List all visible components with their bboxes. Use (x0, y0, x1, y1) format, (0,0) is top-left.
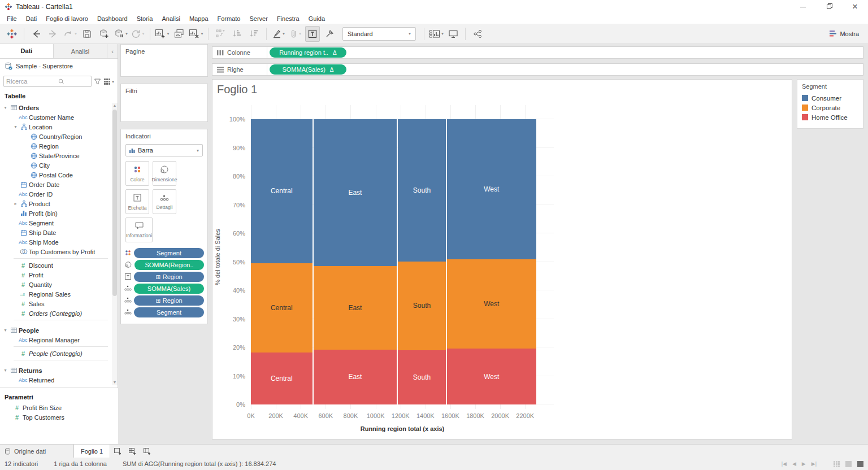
restore-button[interactable] (816, 0, 842, 14)
pill-somma-region-[interactable]: SOMMA(Region.. (134, 260, 204, 270)
bar-segment-west-consumer[interactable]: West (447, 119, 536, 259)
menu-foglio-di-lavoro[interactable]: Foglio di lavoro (41, 15, 93, 22)
bar-segment-west-home-office[interactable]: West (447, 349, 536, 404)
show-me-button[interactable]: Mostra (829, 30, 859, 37)
new-datasource-button[interactable] (97, 26, 111, 42)
sheet-view-icon[interactable] (857, 461, 863, 467)
mark-button-informazioni[interactable]: Informazioni (125, 217, 153, 242)
field-item[interactable]: AbcOrder ID (0, 189, 112, 199)
scroll-up-icon[interactable]: ▲ (112, 103, 118, 108)
menu-dati[interactable]: Dati (21, 15, 42, 22)
presentation-mode-button[interactable] (446, 26, 461, 42)
group-members-button[interactable]: ▾ (288, 26, 303, 42)
menu-finestra[interactable]: Finestra (272, 15, 304, 22)
mark-type-selector[interactable]: Barra ▾ (125, 144, 203, 156)
field-item[interactable]: ▾Returns (0, 365, 112, 375)
highlight-button[interactable]: ▾ (271, 26, 286, 42)
menu-server[interactable]: Server (245, 15, 272, 22)
menu-mappa[interactable]: Mappa (185, 15, 213, 22)
mark-button-dimensione[interactable]: Dimensione (153, 161, 176, 186)
fix-axes-button[interactable] (322, 26, 337, 42)
field-item[interactable]: Country/Region (0, 132, 112, 141)
field-item[interactable]: #Profit (0, 270, 112, 280)
field-item[interactable]: Order Date (0, 180, 112, 189)
menu-guida[interactable]: Guida (304, 15, 329, 22)
show-mark-labels-button[interactable] (305, 26, 320, 42)
field-item[interactable]: ▾People (0, 325, 112, 335)
filters-shelf[interactable]: Filtri (120, 84, 208, 122)
menu-formato[interactable]: Formato (213, 15, 245, 22)
columns-shelf[interactable]: Colonne Running region t..Δ (212, 46, 863, 59)
forward-button[interactable] (46, 26, 60, 42)
tab-dati[interactable]: Dati (0, 44, 54, 58)
field-item[interactable]: #Orders (Conteggio) (0, 308, 112, 318)
share-button[interactable] (470, 26, 485, 42)
field-item[interactable]: Ship Date (0, 228, 112, 237)
field-item[interactable]: AbcShip Mode (0, 237, 112, 247)
bar-segment-east-consumer[interactable]: East (314, 119, 397, 266)
pill-region[interactable]: ⊞Region (134, 272, 204, 282)
next-page-icon[interactable]: ▶ (802, 461, 806, 467)
new-dashboard-tab-button[interactable] (125, 445, 140, 458)
pill-somma-sales-[interactable]: SOMMA(Sales)Δ (270, 64, 346, 75)
tableau-home-icon[interactable] (5, 26, 19, 42)
legend-item-consumer[interactable]: Consumer (802, 93, 858, 103)
legend-item-corporate[interactable]: Corporate (802, 103, 858, 112)
pill-somma-sales-[interactable]: SOMMA(Sales) (134, 284, 204, 294)
field-item[interactable]: AbcSegment (0, 218, 112, 228)
collapse-panel-icon[interactable]: ‹ (107, 44, 118, 58)
search-input[interactable] (6, 78, 58, 85)
field-item[interactable]: #Quantity (0, 280, 112, 289)
expander-icon[interactable]: ▸ (12, 201, 19, 206)
back-button[interactable] (29, 26, 44, 42)
expander-icon[interactable]: ▾ (12, 124, 19, 129)
bar-segment-central-consumer[interactable]: Central (251, 119, 313, 263)
close-button[interactable]: × (842, 0, 868, 14)
field-item[interactable]: ▾Orders (0, 103, 112, 112)
last-page-icon[interactable]: ▶| (811, 461, 817, 467)
bar-segment-central-corporate[interactable]: Central (251, 263, 313, 353)
minimize-button[interactable] (790, 0, 816, 14)
swap-rows-columns-button[interactable] (213, 26, 228, 42)
field-item[interactable]: #Discount (0, 260, 112, 270)
field-item[interactable]: #People (Conteggio) (0, 349, 112, 358)
bar-segment-central-home-office[interactable]: Central (251, 352, 313, 404)
field-item[interactable]: #Sales (0, 299, 112, 308)
bar-segment-south-corporate[interactable]: South (398, 262, 445, 350)
menu-dashboard[interactable]: Dashboard (93, 15, 132, 22)
fields-scrollbar[interactable]: ▲ ▼ (112, 103, 118, 385)
mark-button-dettagli[interactable]: Dettagli (153, 189, 176, 214)
sheet-tab-foglio-1[interactable]: Foglio 1 (73, 445, 110, 458)
field-item[interactable]: Region (0, 141, 112, 151)
field-item[interactable]: Postal Code (0, 170, 112, 180)
expander-icon[interactable]: ▾ (2, 105, 8, 110)
refresh-button[interactable]: ▾ (131, 26, 145, 42)
pill-segment[interactable]: Segment (134, 248, 204, 258)
scrollbar-thumb[interactable] (112, 110, 117, 296)
field-item[interactable]: Profit (bin) (0, 208, 112, 218)
pause-updates-button[interactable]: ▾ (114, 26, 128, 42)
field-item[interactable]: State/Province (0, 151, 112, 160)
data-source-tab[interactable]: Origine dati (0, 445, 73, 458)
expander-icon[interactable]: ▾ (2, 328, 8, 333)
filmstrip-view-icon[interactable] (845, 461, 852, 467)
pill-segment[interactable]: Segment (134, 307, 204, 317)
sort-ascending-button[interactable] (230, 26, 245, 42)
rows-shelf[interactable]: Righe SOMMA(Sales)Δ (212, 63, 863, 76)
menu-storia[interactable]: Storia (132, 15, 158, 22)
duplicate-sheet-button[interactable] (172, 26, 186, 42)
field-item[interactable]: ▸Product (0, 199, 112, 208)
search-box[interactable] (3, 76, 92, 87)
tab-analisi[interactable]: Analisi (54, 44, 107, 58)
show-cards-button[interactable]: ▾ (429, 26, 444, 42)
field-item[interactable]: AbcRegional Manager (0, 335, 112, 345)
mark-button-colore[interactable]: Colore (125, 161, 149, 186)
filter-fields-icon[interactable] (94, 78, 101, 85)
redo-icon[interactable]: ▾ (63, 26, 77, 42)
bar-segment-east-home-office[interactable]: East (314, 350, 397, 404)
prev-page-icon[interactable]: ◀ (792, 461, 796, 467)
field-item[interactable]: =#Regional Sales (0, 289, 112, 299)
fit-selector[interactable]: Standard ▾ (342, 27, 416, 41)
legend-card[interactable]: Segment ConsumerCorporateHome Office (797, 79, 863, 129)
pill-running-region-t-[interactable]: Running region t..Δ (270, 47, 346, 58)
